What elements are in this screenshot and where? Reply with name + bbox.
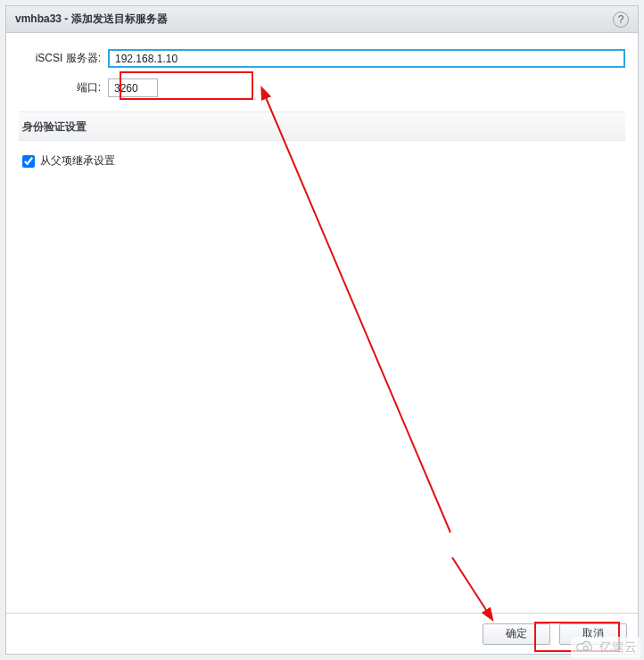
label-iscsi-server: iSCSI 服务器: <box>19 51 108 66</box>
label-port: 端口: <box>19 80 108 95</box>
iscsi-server-input[interactable] <box>108 49 625 68</box>
row-port: 端口: <box>19 78 625 97</box>
ok-button[interactable]: 确定 <box>483 623 550 645</box>
inherit-checkbox[interactable] <box>22 155 35 168</box>
cancel-button[interactable]: 取消 <box>559 623 627 645</box>
dialog-window: vmhba33 - 添加发送目标服务器 ? iSCSI 服务器: 端口: 身份验… <box>5 5 639 655</box>
port-input[interactable] <box>108 78 158 97</box>
row-iscsi-server: iSCSI 服务器: <box>19 49 625 68</box>
titlebar: vmhba33 - 添加发送目标服务器 ? <box>6 6 638 33</box>
inherit-checkbox-label: 从父项继承设置 <box>40 153 115 169</box>
auth-section-header: 身份验证设置 <box>19 111 625 141</box>
inherit-checkbox-row[interactable]: 从父项继承设置 <box>19 141 625 174</box>
dialog-content: iSCSI 服务器: 端口: 身份验证设置 从父项继承设置 <box>6 33 638 613</box>
dialog-footer: 确定 取消 <box>6 613 638 654</box>
dialog-title: vmhba33 - 添加发送目标服务器 <box>15 12 168 27</box>
help-icon[interactable]: ? <box>613 12 629 28</box>
